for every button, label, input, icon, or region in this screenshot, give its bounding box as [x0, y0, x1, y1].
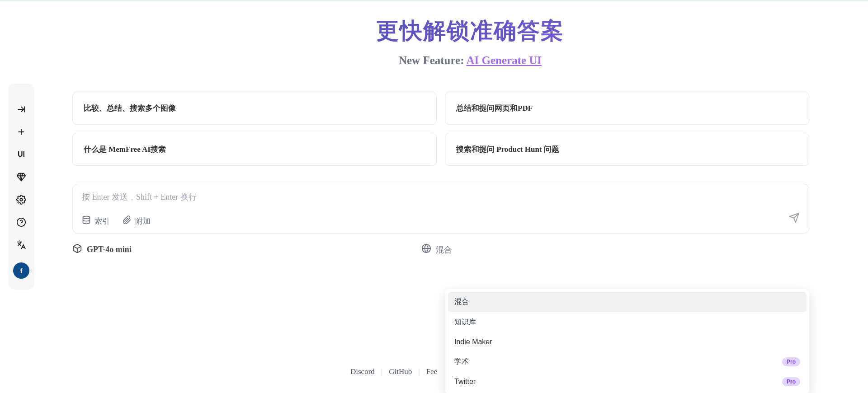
dropdown-item-label: 知识库 [454, 318, 476, 327]
source-selector[interactable]: 混合 [421, 243, 452, 256]
source-label: 混合 [436, 244, 452, 255]
feature-link[interactable]: AI Generate UI [466, 54, 542, 66]
translate-icon[interactable] [13, 236, 30, 253]
main-content: 更快解锁准确答案 New Feature: AI Generate UI 比较、… [72, 0, 868, 256]
dropdown-item[interactable]: 混合 [448, 292, 807, 312]
send-icon [789, 212, 800, 223]
dropdown-item-label: 混合 [454, 297, 469, 307]
database-icon [82, 215, 91, 227]
suggestion-card[interactable]: 比较、总结、搜索多个图像 [72, 92, 437, 125]
expand-icon[interactable] [13, 101, 30, 118]
dropdown-item-label: 学术 [454, 357, 469, 366]
cube-icon [72, 243, 82, 256]
subtitle-prefix: New Feature: [399, 54, 467, 66]
dropdown-item[interactable]: Twitter Pro [448, 372, 807, 392]
index-label: 索引 [94, 216, 110, 226]
github-link[interactable]: GitHub [389, 367, 412, 376]
send-button[interactable] [789, 212, 800, 225]
suggestion-card[interactable]: 搜索和提问 Product Hunt 问题 [445, 133, 809, 166]
model-selector[interactable]: GPT-4o mini [72, 243, 132, 256]
input-actions: 索引 附加 [82, 215, 800, 227]
dropdown-item[interactable]: 学术 Pro [448, 351, 807, 372]
index-button[interactable]: 索引 [82, 215, 110, 227]
separator: | [418, 367, 420, 376]
attach-button[interactable]: 附加 [123, 215, 151, 227]
discord-link[interactable]: Discord [350, 367, 375, 376]
help-icon[interactable] [13, 214, 30, 231]
avatar[interactable]: f [13, 262, 29, 279]
new-chat-button[interactable] [13, 123, 30, 140]
paperclip-icon [123, 215, 132, 227]
dropdown-item-label: Indie Maker [454, 338, 492, 346]
dropdown-item[interactable]: 知识库 [448, 312, 807, 332]
feedback-link[interactable]: Fee [426, 367, 438, 376]
hero-subtitle: New Feature: AI Generate UI [72, 54, 868, 67]
ui-button[interactable]: UI [13, 146, 30, 163]
suggestion-card[interactable]: 什么是 MemFree AI搜索 [72, 133, 437, 166]
source-dropdown: 混合 知识库 Indie Maker 学术 Pro Twitter Pro [445, 289, 809, 393]
sidebar: UI f [8, 84, 34, 290]
dropdown-item[interactable]: Indie Maker [448, 332, 807, 351]
footer: Discord | GitHub | Fee [350, 367, 437, 376]
attach-label: 附加 [135, 216, 151, 226]
hero-title: 更快解锁准确答案 [72, 16, 868, 46]
dropdown-item-label: Twitter [454, 378, 476, 386]
suggestion-card[interactable]: 总结和提问网页和PDF [445, 92, 809, 125]
svg-point-2 [83, 216, 90, 219]
pro-badge: Pro [782, 377, 800, 386]
svg-point-0 [20, 198, 23, 201]
settings-icon[interactable] [13, 191, 30, 208]
selectors-row: GPT-4o mini 混合 [72, 243, 809, 256]
diamond-icon[interactable] [13, 168, 30, 186]
pro-badge: Pro [782, 357, 800, 366]
suggestions-grid: 比较、总结、搜索多个图像 总结和提问网页和PDF 什么是 MemFree AI搜… [72, 92, 809, 166]
model-label: GPT-4o mini [87, 245, 132, 254]
hero: 更快解锁准确答案 New Feature: AI Generate UI [72, 0, 868, 67]
search-input-box: 索引 附加 [72, 184, 809, 234]
search-input[interactable] [82, 192, 800, 202]
separator: | [381, 367, 382, 376]
globe-icon [421, 243, 431, 256]
